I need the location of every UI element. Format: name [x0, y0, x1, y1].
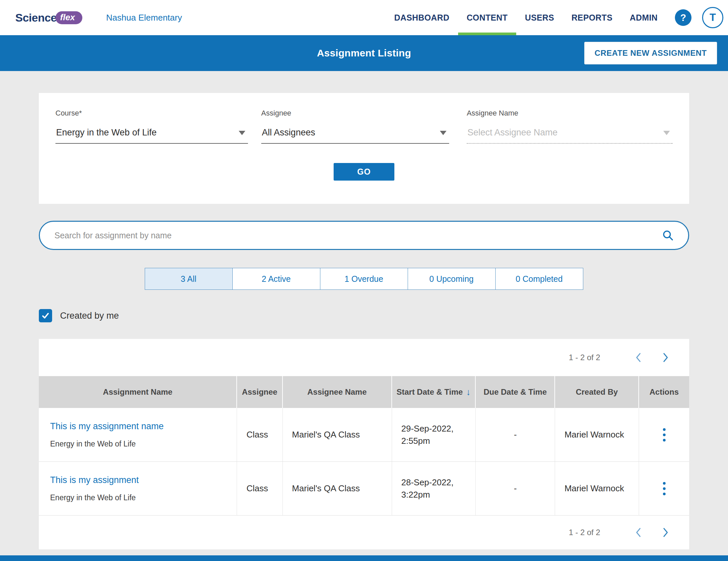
- status-tabs: 3 All 2 Active 1 Overdue 0 Upcoming 0 Co…: [39, 268, 689, 290]
- start-date-cell: 29-Sep-2022, 2:55pm: [392, 408, 476, 461]
- search-bar: [39, 221, 689, 250]
- chevron-right-icon: [663, 353, 669, 362]
- main-content: Course* Energy in the Web of Life Assign…: [0, 93, 728, 549]
- assignee-filter-group: Assignee All Assignees: [261, 109, 449, 144]
- tab-active[interactable]: 2 Active: [232, 268, 320, 290]
- chevron-down-icon: [663, 131, 670, 135]
- tab-upcoming[interactable]: 0 Upcoming: [408, 268, 496, 290]
- created-by-me-label: Created by me: [60, 311, 119, 321]
- assignee-select[interactable]: All Assignees: [261, 127, 449, 144]
- row-actions-menu-button[interactable]: [660, 477, 669, 500]
- nav-item-admin[interactable]: ADMIN: [621, 0, 666, 35]
- chevron-left-icon: [635, 527, 641, 537]
- course-select-value: Energy in the Web of Life: [56, 127, 157, 137]
- table-row: This is my assignment Energy in the Web …: [39, 462, 689, 516]
- nav-item-dashboard[interactable]: DASHBOARD: [386, 0, 458, 35]
- pagination-bottom: 1 - 2 of 2: [39, 516, 689, 549]
- create-new-assignment-button[interactable]: CREATE NEW ASSIGNMENT: [584, 42, 717, 64]
- kebab-menu-icon: [663, 428, 666, 431]
- pagination-range: 1 - 2 of 2: [569, 528, 600, 537]
- actions-cell: [639, 408, 689, 461]
- assignment-link[interactable]: This is my assignment: [50, 474, 139, 487]
- avatar-initial: T: [710, 12, 716, 24]
- course-label: Course*: [55, 109, 248, 118]
- nav-item-reports[interactable]: REPORTS: [563, 0, 621, 35]
- kebab-menu-icon: [663, 482, 666, 485]
- prev-page-button[interactable]: [633, 525, 643, 539]
- assignee-name-cell: Mariel's QA Class: [283, 462, 392, 515]
- go-button[interactable]: GO: [334, 163, 394, 181]
- actions-cell: [639, 462, 689, 515]
- column-header-due-date[interactable]: Due Date & Time: [476, 376, 555, 408]
- nav-item-content[interactable]: CONTENT: [458, 0, 517, 35]
- column-header-created-by[interactable]: Created By: [555, 376, 639, 408]
- brand-logo-science: Science: [15, 11, 57, 24]
- help-button[interactable]: ?: [675, 9, 691, 26]
- assignment-table-card: 1 - 2 of 2 Assignment Name Assignee Assi…: [39, 339, 689, 549]
- assignee-name-cell: Mariel's QA Class: [283, 408, 392, 461]
- column-header-start-date[interactable]: Start Date & Time ↓: [392, 376, 476, 408]
- assignment-course: Energy in the Web of Life: [50, 492, 136, 503]
- filter-panel: Course* Energy in the Web of Life Assign…: [39, 93, 689, 204]
- chevron-left-icon: [635, 353, 641, 362]
- sort-descending-icon: ↓: [466, 387, 471, 397]
- footer-bar: [0, 555, 728, 561]
- page-header-bar: Assignment Listing CREATE NEW ASSIGNMENT: [0, 35, 728, 71]
- created-by-cell: Mariel Warnock: [555, 462, 639, 515]
- assignment-course: Energy in the Web of Life: [50, 439, 136, 449]
- due-date-cell: -: [476, 462, 555, 515]
- chevron-down-icon: [239, 131, 245, 135]
- prev-page-button[interactable]: [633, 351, 643, 364]
- nav-item-users[interactable]: USERS: [516, 0, 563, 35]
- tab-overdue[interactable]: 1 Overdue: [320, 268, 408, 290]
- checkmark-icon: [41, 311, 50, 320]
- assignee-name-select-placeholder: Select Assignee Name: [467, 127, 558, 137]
- column-header-assignee-name[interactable]: Assignee Name: [283, 376, 392, 408]
- assignment-link[interactable]: This is my assignment name: [50, 420, 164, 433]
- top-navbar: Science flex Nashua Elementary DASHBOARD…: [0, 0, 728, 35]
- column-header-actions: Actions: [639, 376, 689, 408]
- brand-logo-flex: flex: [55, 11, 82, 24]
- assignee-label: Assignee: [261, 109, 449, 118]
- created-by-me-checkbox[interactable]: [39, 309, 52, 322]
- start-date-cell: 28-Sep-2022, 3:22pm: [392, 462, 476, 515]
- assignee-name-select[interactable]: Select Assignee Name: [467, 127, 673, 144]
- created-by-cell: Mariel Warnock: [555, 408, 639, 461]
- avatar[interactable]: T: [702, 7, 723, 28]
- created-by-me-control[interactable]: Created by me: [39, 309, 119, 322]
- tab-completed[interactable]: 0 Completed: [495, 268, 583, 290]
- search-input[interactable]: [54, 231, 662, 240]
- pagination-range: 1 - 2 of 2: [569, 353, 600, 362]
- assignee-cell: Class: [237, 408, 283, 461]
- course-select[interactable]: Energy in the Web of Life: [55, 127, 248, 144]
- search-icon[interactable]: [662, 230, 674, 241]
- assignment-name-cell: This is my assignment name Energy in the…: [39, 408, 237, 461]
- row-actions-menu-button[interactable]: [660, 424, 669, 446]
- column-header-start-date-label: Start Date & Time: [397, 387, 463, 397]
- pagination-top: 1 - 2 of 2: [39, 339, 689, 376]
- assignee-select-value: All Assignees: [262, 127, 315, 137]
- question-mark-icon: ?: [680, 12, 686, 23]
- course-filter-group: Course* Energy in the Web of Life: [55, 109, 248, 144]
- column-header-assignment-name[interactable]: Assignment Name: [39, 376, 237, 408]
- primary-nav: DASHBOARD CONTENT USERS REPORTS ADMIN: [386, 0, 666, 35]
- assignment-name-cell: This is my assignment Energy in the Web …: [39, 462, 237, 515]
- assignee-name-filter-group: Assignee Name Select Assignee Name: [467, 109, 673, 144]
- table-header-row: Assignment Name Assignee Assignee Name S…: [39, 376, 689, 408]
- filter-row: Course* Energy in the Web of Life Assign…: [55, 109, 673, 144]
- next-page-button[interactable]: [661, 525, 671, 539]
- chevron-down-icon: [440, 131, 446, 135]
- assignee-cell: Class: [237, 462, 283, 515]
- tab-all[interactable]: 3 All: [145, 268, 233, 290]
- page: Science flex Nashua Elementary DASHBOARD…: [0, 0, 728, 561]
- due-date-cell: -: [476, 408, 555, 461]
- brand-logo[interactable]: Science flex: [15, 0, 82, 35]
- chevron-right-icon: [663, 527, 669, 537]
- column-header-assignee[interactable]: Assignee: [237, 376, 283, 408]
- assignee-name-label: Assignee Name: [467, 109, 673, 118]
- table-row: This is my assignment name Energy in the…: [39, 408, 689, 462]
- school-name: Nashua Elementary: [106, 0, 182, 35]
- next-page-button[interactable]: [661, 351, 671, 364]
